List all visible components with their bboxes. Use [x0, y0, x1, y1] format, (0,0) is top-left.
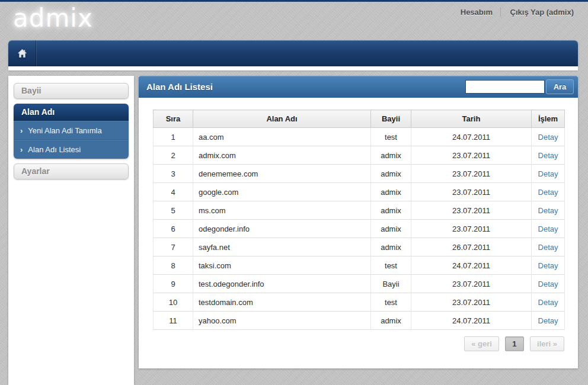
cell-islem: Detay: [532, 146, 565, 165]
detay-link[interactable]: Detay: [538, 261, 558, 270]
cell-alan-adi: taksi.com: [193, 256, 371, 275]
cell-alan-adi: test.odegonder.info: [193, 275, 371, 293]
cell-bayii: Bayii: [371, 275, 411, 293]
domain-table-wrap: Sıra Alan Adı Bayii Tarih İşlem 1aa.comt…: [153, 110, 564, 330]
detay-link[interactable]: Detay: [538, 169, 558, 178]
cell-sira: 7: [154, 238, 193, 256]
cell-alan-adi: admix.com: [193, 146, 371, 165]
cell-bayii: test: [371, 256, 411, 275]
detay-link[interactable]: Detay: [538, 151, 558, 160]
sidebar: Bayii Alan Adı ›Yeni Alan Adi Tanımla ›A…: [8, 76, 134, 385]
main-navbar: [8, 40, 578, 66]
table-row: 3denememee.comadmix23.07.2011Detay: [154, 165, 565, 183]
cell-tarih: 23.07.2011: [411, 165, 532, 183]
detay-link[interactable]: Detay: [538, 206, 558, 215]
search-area: Ara: [465, 79, 574, 94]
detay-link[interactable]: Detay: [538, 243, 558, 252]
cell-sira: 2: [154, 146, 193, 165]
panel-header: Alan Adı Listesi Ara: [139, 76, 578, 98]
column-header-tarih: Tarih: [411, 110, 532, 128]
search-button[interactable]: Ara: [546, 79, 574, 94]
detay-link[interactable]: Detay: [538, 188, 558, 197]
sidebar-item-bayii[interactable]: Bayii: [14, 83, 129, 99]
cell-sira: 4: [154, 183, 193, 201]
sidebar-item-ayarlar[interactable]: Ayarlar: [14, 163, 129, 179]
cell-islem: Detay: [532, 165, 565, 183]
page-background: admix Hesabım Çıkış Yap (admix) Bayii Al…: [0, 0, 588, 385]
cell-sira: 8: [154, 256, 193, 275]
current-page-button[interactable]: 1: [505, 336, 523, 351]
sidebar-item-label: Yeni Alan Adi Tanımla: [28, 126, 101, 135]
cell-bayii: admix: [371, 201, 411, 220]
sidebar-item-yeni-alan-adi-tanimla[interactable]: ›Yeni Alan Adi Tanımla: [14, 121, 129, 140]
cell-sira: 3: [154, 165, 193, 183]
detay-link[interactable]: Detay: [538, 280, 558, 288]
cell-alan-adi: sayfa.net: [193, 238, 371, 256]
content-panel: Alan Adı Listesi Ara Sıra Alan Adı Bayii…: [139, 76, 578, 368]
cell-tarih: 23.07.2011: [411, 293, 532, 312]
cell-islem: Detay: [532, 128, 565, 146]
prev-page-button[interactable]: « geri: [464, 336, 499, 351]
next-page-button[interactable]: ileri »: [530, 336, 564, 351]
cell-islem: Detay: [532, 275, 565, 293]
detay-link[interactable]: Detay: [538, 133, 558, 142]
cell-islem: Detay: [532, 201, 565, 220]
cell-alan-adi: google.com: [193, 183, 371, 201]
cell-bayii: admix: [371, 238, 411, 256]
home-button[interactable]: [8, 40, 36, 66]
cell-tarih: 23.07.2011: [411, 146, 532, 165]
chevron-right-icon: ›: [20, 145, 23, 154]
cell-tarih: 24.07.2011: [411, 128, 532, 146]
cell-islem: Detay: [532, 183, 565, 201]
sidebar-group-header-alan-adi[interactable]: Alan Adı: [14, 104, 129, 121]
cell-alan-adi: odegonder.info: [193, 220, 371, 238]
column-header-sira: Sıra: [154, 110, 193, 128]
table-header-row: Sıra Alan Adı Bayii Tarih İşlem: [154, 110, 565, 128]
column-header-alan-adi: Alan Adı: [193, 110, 371, 128]
table-row: 1aa.comtest24.07.2011Detay: [154, 128, 565, 146]
cell-sira: 9: [154, 275, 193, 293]
cell-bayii: admix: [371, 312, 411, 330]
header-bottom-strip: [8, 66, 578, 70]
table-row: 8taksi.comtest24.07.2011Detay: [154, 256, 565, 275]
cell-tarih: 26.07.2011: [411, 238, 532, 256]
table-row: 4google.comadmix23.07.2011Detay: [154, 183, 565, 201]
sidebar-group-alan-adi: Alan Adı ›Yeni Alan Adi Tanımla ›Alan Ad…: [14, 104, 129, 159]
cell-tarih: 23.07.2011: [411, 183, 532, 201]
logout-link[interactable]: Çıkış Yap (admix): [510, 8, 574, 17]
detay-link[interactable]: Detay: [538, 298, 558, 307]
cell-bayii: admix: [371, 146, 411, 165]
cell-alan-adi: aa.com: [193, 128, 371, 146]
table-body: 1aa.comtest24.07.2011Detay2admix.comadmi…: [154, 128, 565, 330]
table-row: 7sayfa.netadmix26.07.2011Detay: [154, 238, 565, 256]
domain-table: Sıra Alan Adı Bayii Tarih İşlem 1aa.comt…: [153, 110, 565, 330]
table-row: 6odegonder.infoadmix23.07.2011Detay: [154, 220, 565, 238]
page-title: Alan Adı Listesi: [146, 82, 213, 92]
cell-islem: Detay: [532, 256, 565, 275]
table-row: 11yahoo.comadmix24.07.2011Detay: [154, 312, 565, 330]
cell-islem: Detay: [532, 293, 565, 312]
cell-bayii: admix: [371, 220, 411, 238]
cell-tarih: 24.07.2011: [411, 312, 532, 330]
cell-tarih: 23.07.2011: [411, 275, 532, 293]
detay-link[interactable]: Detay: [538, 224, 558, 233]
cell-alan-adi: denememee.com: [193, 165, 371, 183]
table-row: 5ms.comadmix23.07.2011Detay: [154, 201, 565, 220]
cell-alan-adi: ms.com: [193, 201, 371, 220]
search-input[interactable]: [465, 80, 545, 94]
cell-sira: 6: [154, 220, 193, 238]
detay-link[interactable]: Detay: [538, 316, 558, 325]
cell-bayii: test: [371, 293, 411, 312]
table-row: 9test.odegonder.infoBayii23.07.2011Detay: [154, 275, 565, 293]
cell-sira: 11: [154, 312, 193, 330]
topbar: Hesabım Çıkış Yap (admix): [461, 8, 574, 17]
account-link[interactable]: Hesabım: [461, 8, 501, 17]
sidebar-item-alan-adi-listesi[interactable]: ›Alan Adı Listesi: [14, 140, 129, 159]
chevron-right-icon: ›: [20, 126, 23, 135]
column-header-bayii: Bayii: [371, 110, 411, 128]
table-row: 10testdomain.comtest23.07.2011Detay: [154, 293, 565, 312]
brand-logo[interactable]: admix: [13, 5, 93, 32]
table-row: 2admix.comadmix23.07.2011Detay: [154, 146, 565, 165]
cell-tarih: 23.07.2011: [411, 220, 532, 238]
cell-islem: Detay: [532, 238, 565, 256]
